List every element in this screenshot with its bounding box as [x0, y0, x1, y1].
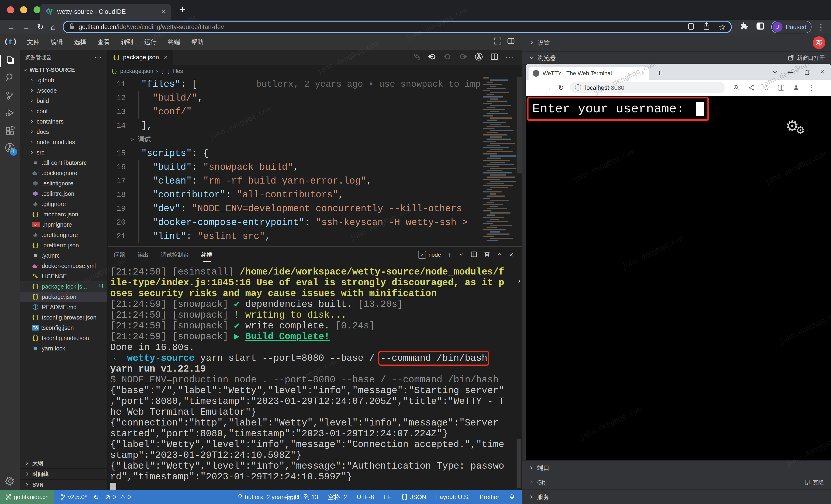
tree-folder-node_modules[interactable]: node_modules — [20, 137, 107, 147]
breadcrumb-file[interactable]: package.json — [120, 68, 153, 74]
tree-file-package-lock.js...[interactable]: {}package-lock.js...U — [20, 281, 107, 292]
panel-overflow-icon[interactable]: › — [518, 277, 520, 285]
settings-gear-icon[interactable] — [5, 476, 15, 486]
explorer-icon[interactable] — [5, 55, 15, 65]
editor-scrollbar[interactable] — [517, 77, 522, 174]
run-debug-icon[interactable] — [5, 108, 15, 118]
remote-indicator[interactable]: go.titanide.cn — [0, 490, 54, 504]
url-bar[interactable]: go.titanide.cn/ide/web/coding/wetty-sour… — [63, 22, 731, 32]
embedded-forward-icon[interactable]: → — [545, 84, 552, 92]
site-info-icon[interactable]: ⓘ — [575, 83, 581, 92]
nav-circle-icon[interactable] — [443, 53, 452, 62]
right-section-Git[interactable]: Git克隆 — [522, 475, 831, 490]
cursor-position[interactable]: 行 11, 列 13 — [286, 493, 318, 501]
sidebar-section-SVN[interactable]: SVN — [20, 479, 107, 490]
embedded-tab[interactable]: WeTTY - The Web Terminal × — [528, 67, 649, 80]
kill-terminal-icon[interactable] — [484, 251, 490, 259]
embedded-minimize-icon[interactable]: – — [788, 67, 793, 76]
tree-file-.eslintignore[interactable]: .eslintignore — [20, 178, 107, 188]
embedded-reload-icon[interactable]: ↻ — [558, 84, 564, 92]
tree-file-tsconfig.json[interactable]: TStsconfig.json — [20, 323, 107, 333]
breadcrumb-symbol[interactable]: files — [173, 68, 183, 74]
bookmark-star-icon[interactable]: ☆ — [719, 22, 726, 32]
notifications-bell-icon[interactable] — [509, 493, 515, 501]
problems-indicator[interactable]: ⊘0 ⚠0 — [105, 493, 131, 501]
embedded-tabs-chevron-icon[interactable] — [772, 69, 778, 77]
bookmark-star-icon[interactable]: ☆ — [763, 83, 770, 92]
reading-panel-icon[interactable] — [777, 84, 784, 91]
back-icon[interactable]: ← — [7, 23, 15, 32]
tree-file-yarn.lock[interactable]: yarn.lock — [20, 343, 107, 354]
formatter[interactable]: Prettier — [480, 494, 499, 501]
menu-item-4[interactable]: 查看 — [92, 38, 115, 46]
browser-tab[interactable]: wetty-source - CloudIDE × — [40, 4, 171, 20]
extensions-puzzle-icon[interactable] — [740, 22, 748, 32]
timeline-branch-icon[interactable] — [475, 53, 483, 62]
extensions-icon[interactable] — [5, 126, 15, 136]
maximize-panel-icon[interactable] — [497, 251, 503, 258]
terminal-dropdown-icon[interactable] — [458, 251, 464, 258]
tree-folder-docs[interactable]: docs — [20, 126, 107, 137]
browser-menu-icon[interactable]: ⋮ — [817, 22, 825, 32]
menu-item-5[interactable]: 转到 — [115, 38, 139, 46]
embedded-menu-icon[interactable]: ⋮ — [807, 83, 815, 92]
panel-tab-终端[interactable]: 终端 — [201, 247, 212, 263]
editor-more-icon[interactable]: ··· — [506, 53, 515, 61]
zoom-icon[interactable] — [733, 84, 740, 91]
tree-folder-.github[interactable]: .github — [20, 75, 107, 85]
code-line-18[interactable]: 18 "contributor": "all-contributors", — [108, 188, 522, 202]
right-section-端口[interactable]: 端口 — [522, 461, 831, 475]
code-line-16[interactable]: 16 "build": "snowpack build", — [108, 160, 522, 174]
embedded-back-icon[interactable]: ← — [532, 84, 539, 92]
keyboard-layout[interactable]: Layout: U.S. — [436, 494, 470, 501]
clone-button[interactable]: 克隆 — [804, 479, 824, 486]
restore-layout-icon[interactable] — [494, 37, 501, 46]
tree-file-tsconfig.browser.json[interactable]: {}tsconfig.browser.json — [20, 312, 107, 323]
codelens-row[interactable]: ▷ 调试 — [108, 133, 522, 147]
embedded-tab-close-icon[interactable]: × — [641, 70, 645, 77]
side-panel-icon[interactable] — [756, 22, 765, 32]
right-section-服务[interactable]: 服务 — [522, 490, 831, 504]
indentation[interactable]: 空格: 2 — [328, 493, 347, 501]
menu-item-3[interactable]: 选择 — [68, 38, 92, 46]
profile-chip[interactable]: J Paused — [771, 21, 811, 33]
close-panel-icon[interactable]: × — [509, 251, 513, 259]
tree-root[interactable]: WETTY-SOURCE — [20, 65, 107, 75]
sidebar-section-时间线[interactable]: 时间线 — [20, 468, 107, 479]
code-line-12[interactable]: 12 "build/", — [108, 91, 522, 105]
tree-file-tsconfig.node.json[interactable]: {}tsconfig.node.json — [20, 333, 107, 343]
tree-file-.npmignore[interactable]: npm.npmignore — [20, 219, 107, 230]
tree-file-README.md[interactable]: ⓘREADME.md — [20, 302, 107, 312]
shell-selector[interactable]: > node — [418, 251, 441, 259]
code-line-11[interactable]: 11 "files": [butlerx, 2 years ago • use … — [108, 77, 522, 91]
menu-item-8[interactable]: 帮助 — [186, 38, 209, 46]
tree-folder-.vscode[interactable]: .vscode — [20, 85, 107, 96]
tree-file-.gitignore[interactable]: ◈.gitignore — [20, 199, 107, 209]
profile-person-icon[interactable] — [793, 84, 800, 91]
embedded-restore-icon[interactable] — [804, 69, 811, 77]
nav-back-icon[interactable] — [428, 53, 436, 62]
code-line-13[interactable]: 13 "conf/" — [108, 105, 522, 119]
embedded-url-bar[interactable]: ⓘ localhost:8080 — [570, 82, 725, 93]
editor-tab-close-icon[interactable]: × — [164, 54, 167, 61]
sync-icon[interactable]: ↻ — [93, 493, 99, 501]
tree-folder-containers[interactable]: containers — [20, 116, 107, 126]
code-line-14[interactable]: 14 ], — [108, 119, 522, 133]
embedded-close-icon[interactable]: × — [820, 67, 825, 76]
terminal-scrollbar[interactable] — [517, 439, 521, 488]
forward-icon[interactable]: → — [22, 23, 30, 32]
menu-item-6[interactable]: 运行 — [139, 38, 162, 46]
breadcrumb[interactable]: {} package.json › [ ] files — [111, 65, 183, 77]
branch-indicator[interactable]: v2.5.0* — [60, 494, 87, 501]
compare-changes-icon[interactable] — [413, 53, 421, 61]
language-mode[interactable]: {}JSON — [401, 494, 427, 501]
tree-file-.eslintrc.json[interactable]: .eslintrc.json — [20, 188, 107, 199]
layout-icon[interactable] — [508, 37, 514, 46]
tree-folder-build[interactable]: build — [20, 96, 107, 106]
sidebar-more-icon[interactable]: ··· — [94, 54, 102, 61]
new-terminal-icon[interactable]: + — [448, 250, 452, 259]
editor-tab-package-json[interactable]: {} package.json × — [108, 50, 173, 65]
panel-tab-输出[interactable]: 输出 — [137, 247, 149, 263]
menu-item-2[interactable]: 编辑 — [45, 38, 68, 46]
search-icon[interactable] — [5, 72, 15, 83]
